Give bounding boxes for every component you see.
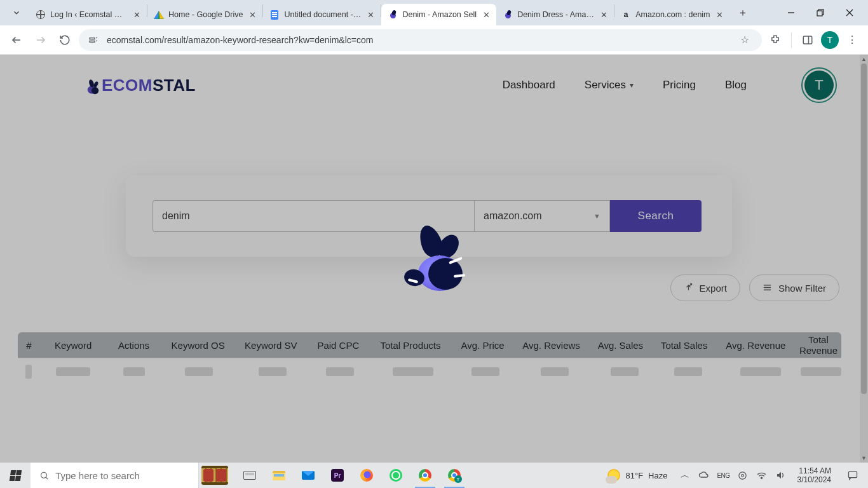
tab-close-icon[interactable]: ✕ — [132, 10, 142, 20]
location-icon[interactable] — [736, 469, 749, 482]
th-avg-sales[interactable]: Avg. Sales — [588, 340, 652, 351]
page-content: ECOMSTAL Dashboard Services▾ Pricing Blo… — [0, 55, 868, 463]
td-skeleton — [801, 367, 841, 376]
reload-button[interactable] — [55, 30, 75, 50]
td-skeleton — [236, 367, 308, 376]
export-button[interactable]: Export — [670, 274, 740, 301]
tab-title: Log In ‹ Ecomstal — W — [50, 10, 127, 19]
site-info-icon[interactable] — [86, 33, 100, 47]
td-skeleton — [517, 367, 592, 376]
window-restore-button[interactable] — [806, 3, 835, 23]
chevron-down-icon: ▼ — [593, 212, 600, 220]
logo-text: ECOMSTAL — [102, 76, 196, 95]
show-filter-label: Show Filter — [778, 283, 826, 294]
page-scrollbar[interactable]: ▲ ▼ — [860, 55, 868, 463]
address-bar[interactable]: ecomstal.com/result/amazon-keyword-resea… — [79, 29, 762, 51]
search-button[interactable]: Search — [610, 200, 702, 232]
chrome-menu-icon[interactable]: ⋮ — [843, 30, 862, 50]
th-keyword[interactable]: Keyword — [40, 340, 106, 351]
browser-tab[interactable]: Log In ‹ Ecomstal — W ✕ — [29, 4, 147, 25]
browser-tab[interactable]: a Amazon.com : denim ✕ — [614, 4, 729, 25]
nav-dashboard[interactable]: Dashboard — [503, 79, 555, 92]
taskbar-search[interactable] — [31, 463, 199, 488]
mail-icon — [302, 471, 315, 480]
scroll-thumb[interactable] — [861, 64, 867, 394]
clock-date: 3/10/2024 — [797, 475, 831, 484]
new-tab-button[interactable]: ＋ — [734, 4, 752, 22]
filmreel-icon — [201, 466, 228, 485]
browser-tab[interactable]: Denim Dress - Amazo ✕ — [496, 4, 614, 25]
url-text: ecomstal.com/result/amazon-keyword-resea… — [107, 35, 729, 45]
keyword-input[interactable] — [153, 200, 474, 232]
th-keyword-os[interactable]: Keyword OS — [161, 340, 235, 351]
th-keyword-sv[interactable]: Keyword SV — [234, 340, 307, 351]
chrome-app-button[interactable] — [411, 463, 439, 488]
browser-tab-strip: Log In ‹ Ecomstal — W ✕ Home - Google Dr… — [0, 0, 868, 25]
whatsapp-app-button[interactable] — [382, 463, 410, 488]
site-logo[interactable]: ECOMSTAL — [83, 76, 196, 95]
th-avg-reviews[interactable]: Avg. Reviews — [514, 340, 589, 351]
nav-blog[interactable]: Blog — [725, 79, 747, 92]
tab-close-icon[interactable]: ✕ — [481, 10, 491, 20]
tab-search-button[interactable] — [5, 4, 28, 22]
task-view-button[interactable] — [236, 463, 264, 488]
window-close-button[interactable] — [835, 3, 864, 23]
td-skeleton — [454, 367, 517, 376]
firefox-app-button[interactable] — [353, 463, 381, 488]
marketplace-select[interactable]: amazon.com ▼ — [474, 200, 610, 232]
wifi-icon[interactable] — [756, 469, 768, 482]
bookmark-star-icon[interactable]: ☆ — [735, 30, 754, 50]
tab-close-icon[interactable]: ✕ — [247, 10, 257, 20]
th-actions[interactable]: Actions — [106, 340, 161, 351]
scroll-up-arrow[interactable]: ▲ — [860, 55, 868, 64]
svg-point-24 — [742, 474, 744, 477]
side-panel-icon[interactable] — [798, 30, 817, 50]
th-avg-price[interactable]: Avg. Price — [451, 340, 513, 351]
weather-widget[interactable]: 81°F Haze — [602, 469, 672, 482]
th-paid-cpc[interactable]: Paid CPC — [307, 340, 369, 351]
bee-icon — [503, 10, 513, 20]
forward-button[interactable] — [31, 30, 51, 50]
start-button[interactable] — [0, 463, 31, 488]
svg-rect-27 — [848, 471, 857, 477]
taskbar-clock[interactable]: 11:54 AM 3/10/2024 — [794, 466, 835, 484]
browser-profile-avatar[interactable]: T — [821, 31, 839, 49]
nav-services[interactable]: Services▾ — [585, 79, 634, 92]
mail-app-button[interactable] — [294, 463, 322, 488]
tab-close-icon[interactable]: ✕ — [365, 10, 376, 20]
weather-cond: Haze — [648, 471, 667, 480]
docs-icon — [269, 10, 280, 20]
td-skeleton — [40, 367, 107, 376]
browser-tab[interactable]: Untitled document - G ✕ — [263, 4, 381, 25]
file-explorer-button[interactable] — [265, 463, 293, 488]
browser-tab-active[interactable]: Denim - Amazon Sell ✕ — [381, 4, 496, 25]
premiere-icon: Pr — [331, 469, 344, 482]
tray-chevron-icon[interactable]: ︿ — [679, 469, 691, 482]
user-avatar[interactable]: T — [801, 67, 837, 103]
search-icon — [39, 470, 49, 481]
browser-tab[interactable]: Home - Google Drive ✕ — [147, 4, 262, 25]
window-minimize-button[interactable] — [776, 3, 806, 23]
tab-close-icon[interactable]: ✕ — [599, 10, 609, 20]
tab-close-icon[interactable]: ✕ — [715, 10, 725, 20]
td-skeleton — [107, 367, 162, 376]
action-center-button[interactable] — [841, 463, 864, 488]
nav-pricing[interactable]: Pricing — [663, 79, 696, 92]
th-index[interactable]: # — [18, 340, 40, 351]
back-button[interactable] — [6, 30, 27, 50]
onedrive-icon[interactable] — [698, 469, 710, 482]
th-avg-revenue[interactable]: Avg. Revenue — [716, 340, 796, 351]
volume-icon[interactable] — [775, 469, 787, 482]
th-total-products[interactable]: Total Products — [369, 340, 451, 351]
scroll-down-arrow[interactable]: ▼ — [860, 454, 868, 463]
windows-icon — [9, 470, 21, 481]
chrome-profile-app-button[interactable]: T — [440, 463, 468, 488]
show-filter-button[interactable]: Show Filter — [749, 274, 839, 301]
language-indicator[interactable]: ENG — [717, 469, 729, 482]
th-total-sales[interactable]: Total Sales — [653, 340, 716, 351]
taskbar-pinned-media[interactable] — [199, 463, 231, 488]
th-total-revenue[interactable]: Total Revenue — [796, 334, 841, 356]
premiere-app-button[interactable]: Pr — [323, 463, 351, 488]
extensions-icon[interactable] — [766, 30, 785, 50]
taskbar-search-input[interactable] — [55, 470, 189, 481]
